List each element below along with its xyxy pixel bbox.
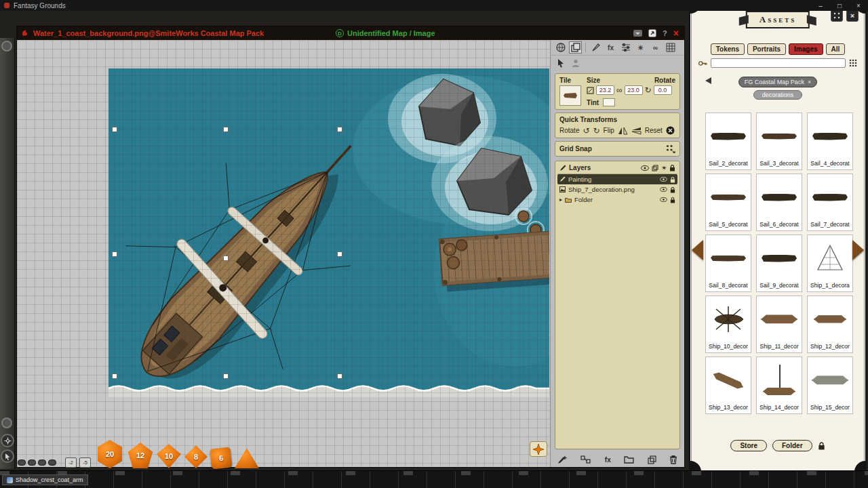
size-width-input[interactable]: 23.2 (596, 85, 614, 95)
light-icon[interactable]: ☀ (661, 165, 667, 171)
layer-lock-icon[interactable] (670, 197, 675, 203)
tab-all[interactable]: All (826, 43, 846, 55)
selection-handle[interactable] (112, 251, 117, 257)
layer-row-ship-decoration[interactable]: Ship_7_decoration.png (557, 184, 677, 195)
tab-tokens[interactable]: Tokens (711, 43, 745, 55)
layer-row-folder[interactable]: ▸ Folder (557, 195, 677, 205)
expand-chevron-icon[interactable]: ▸ (559, 197, 562, 203)
maximize-button[interactable]: □ (830, 2, 849, 9)
pointer-mode-button[interactable] (1, 449, 14, 463)
selection-handle[interactable] (112, 127, 117, 132)
globe-icon[interactable] (554, 41, 567, 54)
d20-die[interactable]: 20 (96, 440, 124, 468)
tint-swatch[interactable] (603, 98, 615, 106)
selection-handle[interactable] (337, 127, 342, 132)
asset-cell[interactable]: Sail_2_decorat (705, 113, 751, 170)
flip-horizontal-button[interactable] (618, 127, 628, 135)
grid-snap-icon[interactable] (666, 144, 675, 153)
sliders-icon[interactable] (619, 41, 632, 54)
tab-portraits[interactable]: Portraits (747, 43, 786, 55)
asset-cell[interactable]: Ship_13_decor (705, 357, 751, 414)
d4-die[interactable] (235, 448, 259, 468)
die-slot[interactable] (38, 460, 46, 466)
grid-icon[interactable] (664, 41, 677, 54)
layer-row-painting[interactable]: Painting (557, 174, 677, 184)
store-button[interactable]: Store (730, 440, 767, 451)
breadcrumb-folder[interactable]: decorations (753, 90, 803, 100)
die-slot[interactable] (18, 460, 26, 466)
selection-center-handle[interactable] (223, 256, 229, 261)
rotate-input[interactable]: 0.0 (654, 85, 672, 95)
breadcrumb-pack[interactable]: FG Coastal Map Pack × (738, 77, 817, 87)
aspect-link-icon[interactable]: ∞ (616, 87, 623, 94)
asset-cell[interactable]: Ship_11_decor (756, 296, 802, 353)
brush-icon[interactable] (589, 41, 602, 54)
token-person-icon[interactable] (569, 57, 582, 69)
hotkey-bar[interactable] (0, 470, 868, 488)
eye-icon[interactable] (641, 165, 649, 171)
tile-thumbnail[interactable] (559, 85, 581, 106)
assets-close-button[interactable]: × (846, 9, 859, 22)
size-height-input[interactable]: 23.0 (625, 85, 643, 95)
asset-cell[interactable]: Ship_10_decor (705, 296, 751, 353)
flip-vertical-button[interactable] (631, 127, 642, 135)
popout-icon[interactable] (648, 29, 656, 37)
os-close-button[interactable]: × (849, 2, 868, 9)
selection-handle[interactable] (337, 373, 342, 379)
asset-cell[interactable]: Ship_14_decor (756, 357, 802, 414)
d12-die[interactable]: 12 (127, 443, 153, 468)
assets-menu-button[interactable] (831, 9, 843, 22)
asset-cell[interactable]: Sail_4_decorat (807, 113, 853, 170)
taskbar-item[interactable]: Shadow_crest_coat_arm (2, 474, 88, 485)
d6-die[interactable]: 6 (210, 447, 233, 470)
modifier-box[interactable]: -5 (79, 458, 91, 468)
help-icon[interactable]: ? (663, 29, 667, 37)
compass-button[interactable] (530, 441, 547, 457)
map-close-button[interactable]: × (673, 28, 679, 38)
add-folder-button[interactable] (624, 455, 634, 464)
pointer-icon[interactable] (554, 57, 567, 69)
delete-layer-button[interactable] (669, 455, 677, 464)
stack-icon[interactable] (652, 165, 658, 171)
effects-icon[interactable]: fx (604, 41, 617, 54)
asset-cell[interactable]: Ship_12_decor (807, 296, 853, 353)
link-icon[interactable]: ∞ (649, 41, 662, 54)
sun-icon[interactable]: ☀ (634, 41, 647, 54)
asset-cell[interactable]: Sail_7_decorat (807, 174, 853, 231)
die-slot[interactable] (28, 460, 36, 466)
layers-mode-icon[interactable] (569, 41, 582, 54)
up-level-icon[interactable] (705, 77, 711, 84)
d8-die[interactable]: 8 (184, 445, 208, 468)
add-fx-layer-button[interactable]: fx (605, 456, 611, 464)
layer-visible-icon[interactable] (660, 177, 667, 182)
map-canvas[interactable] (17, 40, 550, 467)
view-grid-icon[interactable] (849, 59, 857, 67)
rotate-cw-button[interactable]: ↻ (593, 127, 600, 134)
selection-handle[interactable] (223, 373, 229, 379)
selection-handle[interactable] (337, 251, 342, 257)
breadcrumb-close-icon[interactable]: × (808, 79, 811, 85)
minimize-button[interactable]: – (811, 2, 830, 9)
selection-handle[interactable] (223, 127, 229, 132)
reset-button[interactable] (666, 126, 675, 135)
modifier-box[interactable]: -2 (65, 458, 77, 468)
layer-visible-icon[interactable] (660, 197, 667, 202)
page-next-arrow[interactable] (852, 240, 864, 260)
asset-cell[interactable]: Ship_15_decor (807, 357, 853, 414)
asset-cell[interactable]: Sail_3_decorat (756, 113, 802, 170)
asset-cell[interactable]: Sail_9_decorat (756, 235, 802, 292)
radial-menu-button[interactable] (1, 434, 14, 447)
page-prev-arrow[interactable] (692, 240, 703, 260)
folder-button[interactable]: Folder (772, 440, 812, 451)
asset-cell[interactable]: Sail_8_decorat (705, 235, 751, 292)
add-node-layer-button[interactable] (580, 455, 591, 464)
die-slot[interactable] (48, 460, 56, 466)
map-titlebar[interactable]: Water_1_coast_background.png@SmiteWorks … (17, 26, 684, 40)
layer-lock-icon[interactable] (670, 186, 675, 193)
asset-search-input[interactable] (711, 58, 846, 68)
layer-lock-icon[interactable] (670, 176, 675, 183)
selection-handle[interactable] (112, 373, 117, 379)
dropdown-icon[interactable] (633, 30, 642, 37)
lock-icon[interactable] (669, 164, 675, 171)
tab-images[interactable]: Images (789, 43, 823, 55)
